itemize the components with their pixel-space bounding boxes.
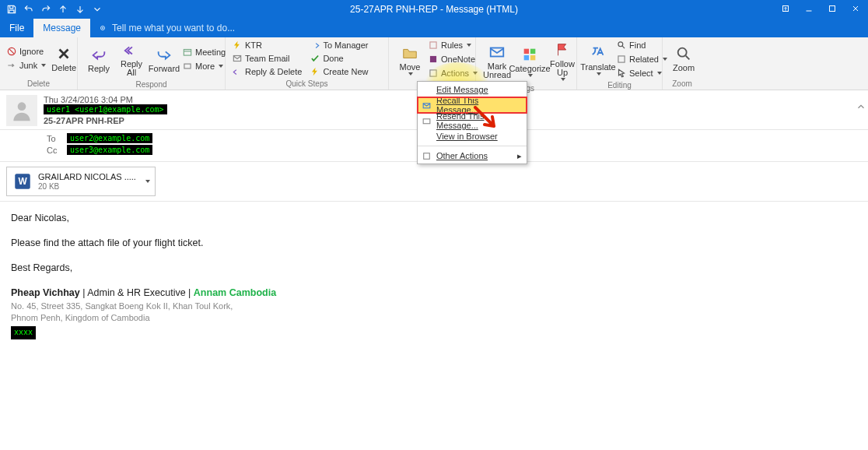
attachment-name: GRAILARD NICOLAS ..... (38, 172, 136, 181)
followup-button[interactable]: Follow Up (546, 39, 579, 83)
group-label-editing: Editing (577, 81, 662, 91)
related-button[interactable]: Related (614, 53, 669, 65)
to-manager-icon (310, 40, 320, 51)
group-label-respond: Respond (78, 80, 225, 90)
to-address: user2@example.com (67, 133, 152, 143)
categorize-icon (520, 45, 539, 64)
svg-point-22 (18, 102, 26, 111)
message-body: Dear Nicolas, Please find the attach fil… (0, 202, 868, 349)
reply-delete-icon (232, 66, 243, 77)
meeting-icon (182, 47, 193, 58)
group-label-zoom: Zoom (663, 79, 702, 90)
to-label: To (47, 134, 62, 143)
qs-done[interactable]: Done (308, 52, 369, 65)
prev-item-icon[interactable] (58, 4, 68, 15)
tab-file[interactable]: File (0, 19, 33, 37)
menu-edit-message[interactable]: Edit Message (418, 82, 527, 97)
mail-icon (232, 53, 243, 64)
attachment-dropdown-icon[interactable] (145, 180, 150, 183)
categorize-button[interactable]: Categorize (513, 44, 546, 79)
reply-button[interactable]: Reply (82, 44, 115, 75)
delete-button[interactable]: Delete (47, 43, 80, 74)
sig-phone: xxxx (11, 326, 36, 339)
window-title: 25-27APR PNH-REP - Message (HTML) (350, 4, 518, 15)
related-icon (616, 54, 627, 65)
svg-rect-15 (530, 54, 535, 59)
sender-avatar (6, 95, 37, 126)
qs-create-new[interactable]: Create New (308, 65, 369, 78)
message-from: user1 <user1@example.com> (44, 104, 167, 114)
actions-button[interactable]: Actions (426, 67, 479, 79)
svg-point-18 (678, 48, 687, 57)
qs-team-email[interactable]: Team Email (230, 52, 303, 65)
group-quicksteps: KTR Team Email Reply & Delete To Manager… (226, 37, 389, 90)
forward-button[interactable]: Forward (148, 44, 180, 75)
svg-point-3 (102, 27, 103, 29)
redo-icon[interactable] (40, 4, 51, 15)
minimize-icon[interactable] (804, 4, 814, 16)
maximize-icon[interactable] (828, 4, 837, 16)
group-label-delete: Delete (0, 79, 77, 90)
zoom-button[interactable]: Zoom (667, 43, 700, 74)
ignore-button[interactable]: Ignore (5, 45, 47, 58)
move-icon (401, 44, 419, 62)
qs-to-manager[interactable]: To Manager (308, 39, 369, 51)
junk-icon (6, 60, 17, 71)
tab-message[interactable]: Message (33, 19, 90, 37)
more-respond-button[interactable]: More (180, 60, 227, 72)
attachment-item[interactable]: W GRAILARD NICOLAS ..... 20 KB (6, 167, 156, 196)
ribbon-tabs: File Message Tell me what you want to do… (0, 19, 868, 37)
zoom-icon (674, 44, 693, 63)
menu-view-browser[interactable]: View in Browser (418, 128, 527, 144)
junk-button[interactable]: Junk (5, 59, 47, 72)
qs-ktr[interactable]: KTR (230, 39, 303, 51)
svg-rect-10 (430, 70, 436, 76)
menu-recall-message[interactable]: Recall This Message... (418, 97, 527, 113)
save-icon[interactable] (6, 4, 17, 15)
body-closing: Best Regards, (11, 261, 857, 275)
tell-me-search[interactable]: Tell me what you want to do... (90, 19, 235, 37)
forward-icon (155, 45, 173, 64)
scroll-up-icon[interactable] (856, 101, 866, 112)
menu-other-actions[interactable]: Other Actions ▸ (418, 148, 527, 163)
find-button[interactable]: Find (614, 39, 669, 51)
signature: Pheap Vichhay | Admin & HR Executive | A… (11, 286, 857, 339)
reply-all-button[interactable]: Reply All (115, 39, 148, 79)
other-actions-icon (421, 150, 432, 161)
title-bar: 25-27APR PNH-REP - Message (HTML) (0, 0, 868, 19)
select-icon (616, 68, 627, 79)
find-icon (616, 40, 627, 51)
svg-rect-13 (530, 48, 535, 53)
actions-dropdown-menu: Edit Message Recall This Message... Rese… (417, 81, 527, 164)
svg-rect-17 (618, 56, 625, 62)
resend-icon (421, 115, 432, 126)
delete-icon (54, 44, 73, 63)
move-button[interactable]: Move (394, 42, 426, 77)
svg-rect-14 (524, 54, 529, 59)
qs-reply-delete[interactable]: Reply & Delete (230, 65, 303, 78)
menu-resend-message[interactable]: Resend This Message... (418, 113, 527, 128)
onenote-button[interactable]: OneNote (426, 53, 479, 65)
undo-icon[interactable] (23, 4, 34, 15)
tell-me-placeholder: Tell me what you want to do... (112, 23, 235, 33)
svg-rect-5 (184, 49, 191, 55)
rules-button[interactable]: Rules (426, 39, 479, 51)
mark-unread-button[interactable]: Mark Unread (481, 41, 513, 81)
cc-label: Cc (47, 146, 62, 155)
svg-rect-6 (184, 64, 191, 69)
translate-button[interactable]: Translate (582, 42, 614, 77)
select-button[interactable]: Select (614, 67, 669, 79)
svg-point-16 (618, 42, 623, 47)
qat-customize-icon[interactable] (92, 4, 103, 15)
close-icon[interactable] (851, 4, 860, 16)
translate-icon (589, 44, 607, 62)
meeting-button[interactable]: Meeting (180, 46, 227, 58)
next-item-icon[interactable] (75, 4, 86, 15)
submenu-arrow-icon: ▸ (517, 151, 522, 161)
svg-rect-9 (430, 56, 436, 62)
group-zoom: Zoom Zoom (663, 37, 702, 90)
ribbon-options-icon[interactable] (781, 4, 790, 16)
group-respond: Reply Reply All Forward Meeting More Res… (78, 37, 226, 90)
svg-rect-1 (830, 5, 835, 11)
attachment-size: 20 KB (38, 182, 136, 191)
